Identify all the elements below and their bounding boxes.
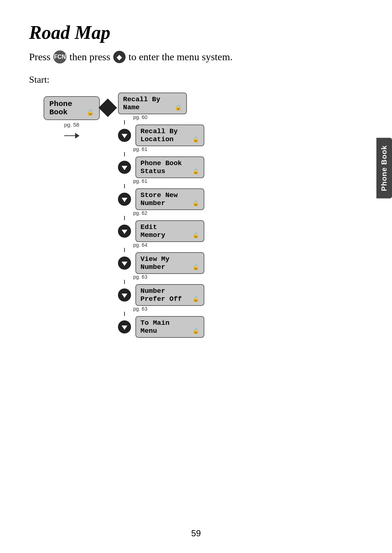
down-icon-5 bbox=[118, 257, 131, 270]
store-new-number-line2: Number bbox=[140, 199, 165, 207]
store-new-number-box: Store New Number 🔒 bbox=[135, 188, 204, 210]
to-main-menu-line2-row: Menu 🔒 bbox=[140, 327, 199, 335]
down-icon-2 bbox=[118, 161, 131, 174]
menu-item-store-new-number: Store New Number 🔒 pg. 62 bbox=[118, 188, 204, 220]
menu-item-recall-by-location: Recall By Location 🔒 pg. 61 bbox=[118, 124, 204, 156]
v-connector-2 bbox=[124, 152, 125, 156]
menu-item-number-prefer-off-row: Number Prefer Off 🔒 bbox=[118, 284, 204, 306]
store-new-number-line1: Store New bbox=[140, 191, 199, 199]
view-my-number-box: View My Number 🔒 bbox=[135, 252, 204, 274]
down-triangle-1 bbox=[122, 134, 127, 138]
center-diamond-icon bbox=[99, 99, 117, 117]
menu-item-store-new-number-row: Store New Number 🔒 bbox=[118, 188, 204, 210]
recall-by-location-lock-icon: 🔒 bbox=[192, 136, 199, 143]
v-connector-7 bbox=[124, 312, 125, 316]
menu-item-edit-memory: Edit Memory 🔒 pg. 64 bbox=[118, 220, 204, 252]
recall-by-location-line2-row: Location 🔒 bbox=[140, 135, 199, 143]
edit-memory-line2-row: Memory 🔒 bbox=[140, 231, 199, 239]
down-triangle-7 bbox=[122, 325, 127, 330]
diagram-area: Phone Book 🔒 pg. 58 Re bbox=[44, 93, 363, 338]
menu-item-phone-book-status: Phone Book Status 🔒 pg. 61 bbox=[118, 156, 204, 188]
menu-item-to-main-menu: To Main Menu 🔒 bbox=[118, 316, 204, 338]
h-arrow-icon bbox=[75, 133, 79, 139]
start-node-page-ref: pg. 58 bbox=[64, 122, 79, 128]
start-node-line1: Phone bbox=[49, 100, 94, 108]
view-my-number-lock-icon: 🔒 bbox=[192, 264, 199, 271]
nav-diamond-icon: ◆ bbox=[113, 51, 126, 63]
view-my-number-line2: Number bbox=[140, 263, 165, 271]
edit-memory-line2: Memory bbox=[140, 231, 165, 239]
v-connector-4 bbox=[124, 216, 125, 220]
down-triangle-6 bbox=[122, 294, 127, 298]
number-prefer-off-line2: Prefer Off bbox=[140, 295, 182, 303]
down-icon-7 bbox=[118, 320, 131, 333]
store-new-number-page-ref: pg. 62 bbox=[133, 210, 147, 216]
down-triangle-2 bbox=[122, 166, 127, 170]
edit-memory-lock-icon: 🔒 bbox=[192, 232, 199, 239]
menu-item-recall-by-name: Recall By Name 🔒 pg. 60 bbox=[118, 93, 187, 124]
menu-item-edit-memory-row: Edit Memory 🔒 bbox=[118, 220, 204, 242]
subtitle: Press FCN then press ◆ to enter the menu… bbox=[29, 50, 363, 64]
v-connector-6 bbox=[124, 280, 125, 284]
number-prefer-off-box: Number Prefer Off 🔒 bbox=[135, 284, 204, 306]
right-tab-label: Phone Book bbox=[380, 145, 388, 191]
view-my-number-line1: View My bbox=[140, 255, 199, 263]
to-main-menu-line1: To Main bbox=[140, 319, 199, 327]
page-number: 59 bbox=[191, 528, 201, 538]
recall-by-name-lock-icon: 🔒 bbox=[175, 104, 182, 111]
recall-by-location-line2: Location bbox=[140, 135, 173, 143]
down-icon-6 bbox=[118, 288, 131, 302]
start-node-line2-text: Book bbox=[49, 108, 68, 116]
number-prefer-off-line1: Number bbox=[140, 287, 199, 295]
number-prefer-off-lock-icon: 🔒 bbox=[192, 296, 199, 303]
start-label: Start: bbox=[29, 74, 363, 85]
v-connector-5 bbox=[124, 248, 125, 252]
page-content: Road Map Press FCN then press ◆ to enter… bbox=[0, 0, 392, 360]
start-node-lock-icon: 🔒 bbox=[87, 109, 94, 116]
recall-by-name-box: Recall By Name 🔒 bbox=[118, 93, 187, 114]
store-new-number-lock-icon: 🔒 bbox=[192, 200, 199, 207]
menu-item-view-my-number-row: View My Number 🔒 bbox=[118, 252, 204, 274]
page-title: Road Map bbox=[29, 22, 363, 43]
fcn-button-icon: FCN bbox=[53, 50, 66, 64]
phone-book-status-line1: Phone Book bbox=[140, 159, 199, 167]
menu-item-view-my-number: View My Number 🔒 pg. 63 bbox=[118, 252, 204, 284]
down-triangle-4 bbox=[122, 230, 127, 234]
to-main-menu-box: To Main Menu 🔒 bbox=[135, 316, 204, 338]
right-tab: Phone Book bbox=[376, 138, 392, 198]
start-node-section: Phone Book 🔒 pg. 58 bbox=[44, 96, 100, 139]
down-icon-1 bbox=[118, 129, 131, 142]
phone-book-status-line2-row: Status 🔒 bbox=[140, 167, 199, 175]
subtitle-suffix: to enter the menu system. bbox=[128, 51, 233, 63]
right-menu-col: Recall By Name 🔒 pg. 60 bbox=[118, 93, 204, 338]
recall-by-location-box: Recall By Location 🔒 bbox=[135, 124, 204, 146]
center-diamond-section bbox=[100, 100, 116, 116]
store-new-number-line2-row: Number 🔒 bbox=[140, 199, 199, 207]
menu-item-phone-book-status-row: Phone Book Status 🔒 bbox=[118, 156, 204, 178]
menu-item-recall-by-location-row: Recall By Location 🔒 bbox=[118, 124, 204, 146]
recall-by-location-page-ref: pg. 61 bbox=[133, 146, 147, 152]
down-icon-4 bbox=[118, 225, 131, 238]
view-my-number-line2-row: Number 🔒 bbox=[140, 263, 199, 271]
edit-memory-page-ref: pg. 64 bbox=[133, 242, 147, 248]
phone-book-status-line2: Status bbox=[140, 167, 165, 175]
recall-by-name-page-ref: pg. 60 bbox=[133, 114, 147, 120]
phone-book-status-page-ref: pg. 61 bbox=[133, 178, 147, 184]
start-node-line2: Book 🔒 bbox=[49, 108, 94, 116]
phone-book-status-box: Phone Book Status 🔒 bbox=[135, 156, 204, 178]
h-line bbox=[64, 135, 75, 136]
recall-by-name-line2: Name bbox=[123, 103, 140, 111]
recall-by-location-line1: Recall By bbox=[140, 127, 199, 135]
number-prefer-off-page-ref: pg. 63 bbox=[133, 306, 147, 312]
menu-item-recall-by-name-row: Recall By Name 🔒 bbox=[118, 93, 187, 114]
v-connector-3 bbox=[124, 184, 125, 188]
edit-memory-line1: Edit bbox=[140, 223, 199, 231]
start-node-box: Phone Book 🔒 bbox=[44, 96, 100, 120]
edit-memory-box: Edit Memory 🔒 bbox=[135, 220, 204, 242]
recall-by-name-line1: Recall By bbox=[123, 95, 182, 103]
menu-item-number-prefer-off: Number Prefer Off 🔒 pg. 63 bbox=[118, 284, 204, 316]
to-main-menu-line2: Menu bbox=[140, 327, 157, 335]
phone-book-status-lock-icon: 🔒 bbox=[192, 168, 199, 175]
down-triangle-3 bbox=[122, 198, 127, 202]
horizontal-connector bbox=[64, 133, 79, 139]
